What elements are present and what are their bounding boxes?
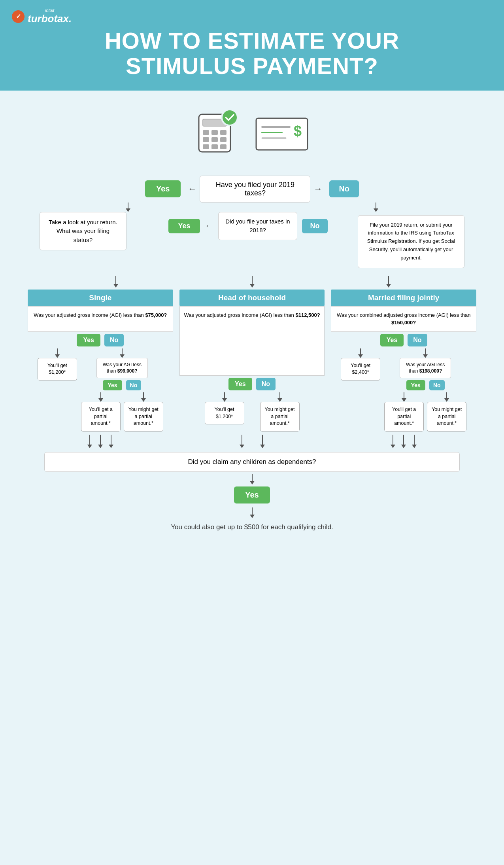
hoh-bottom-arrows bbox=[240, 435, 265, 448]
q1-yes-button[interactable]: Yes bbox=[145, 180, 181, 197]
q2-yes-button[interactable]: Yes bbox=[168, 219, 200, 233]
intuit-label: intuit bbox=[28, 8, 72, 13]
mfj-partial-no: You might get a partial amount.* bbox=[427, 392, 466, 432]
mfj-result-2400: You'll get $2,400* bbox=[341, 358, 380, 380]
svg-rect-6 bbox=[211, 137, 218, 142]
bottom-yes-button[interactable]: Yes bbox=[234, 486, 270, 503]
svg-point-11 bbox=[222, 110, 238, 125]
header: ✓ intuit turbotax. HOW TO ESTIMATE YOUR … bbox=[0, 0, 504, 91]
q1-row: Yes ← Have you filed your 2019 taxes? → … bbox=[145, 176, 359, 203]
svg-rect-5 bbox=[203, 137, 209, 142]
three-columns: Single Was your adjusted gross income (A… bbox=[16, 290, 488, 448]
mfj-yn-row: Yes No bbox=[380, 334, 427, 346]
single-no-branch: Was your AGI less than $99,000? Yes No Y… bbox=[81, 348, 163, 432]
to-columns-arrows bbox=[16, 274, 488, 290]
hoh-might-result: You might get a partial amount.* bbox=[260, 402, 300, 432]
left-arrow-icon: ← bbox=[188, 184, 196, 194]
single-question: Was your adjusted gross income (AGI) les… bbox=[28, 306, 173, 332]
svg-rect-4 bbox=[220, 130, 227, 135]
single-partial-no: You might get a partial amount.* bbox=[124, 392, 163, 432]
hoh-yn-row: Yes No bbox=[228, 378, 276, 390]
svg-rect-2 bbox=[203, 130, 209, 135]
filing-status-area: Take a look at your return. What was you… bbox=[40, 212, 126, 251]
hoh-yes-branch: You'll get $1,200* bbox=[205, 392, 244, 424]
title-line2: STIMULUS PAYMENT? bbox=[12, 53, 492, 79]
content-area: $ Yes ← Have you filed your 2019 taxes? … bbox=[0, 91, 504, 555]
mfj-sub-results: You'll get a partial amount.* You might … bbox=[384, 392, 466, 432]
mfj-sub-question: Was your AGI less than $198,000? bbox=[400, 358, 451, 379]
single-yn-row: Yes No bbox=[77, 334, 124, 346]
single-sub-no[interactable]: No bbox=[126, 380, 142, 390]
hoh-no-branch: You might get a partial amount.* bbox=[260, 392, 300, 432]
bottom-yes-arrow bbox=[250, 474, 255, 485]
single-yes[interactable]: Yes bbox=[77, 334, 100, 346]
mfj-sub-yn: Yes No bbox=[406, 380, 445, 390]
q2-question-box: Did you file your taxes in 2018? bbox=[218, 212, 297, 240]
main-title: HOW TO ESTIMATE YOUR STIMULUS PAYMENT? bbox=[12, 28, 492, 79]
right-arrow-icon: → bbox=[313, 184, 322, 194]
svg-rect-9 bbox=[211, 144, 218, 149]
single-yes-branch: You'll get $1,200* bbox=[38, 348, 77, 380]
mfj-no[interactable]: No bbox=[408, 334, 427, 346]
hoh-results-area: You'll get $1,200* You might get a parti… bbox=[179, 392, 325, 432]
q1-no-button[interactable]: No bbox=[329, 180, 359, 197]
flowchart: Yes ← Have you filed your 2019 taxes? → … bbox=[16, 170, 488, 543]
single-column: Single Was your adjusted gross income (A… bbox=[28, 290, 173, 448]
no-turbotax-column: File your 2019 return, or submit your in… bbox=[358, 212, 464, 268]
q2-right-area: Yes ← Did you file your taxes in 2018? N… bbox=[132, 212, 364, 242]
q1-no-arrow bbox=[374, 203, 378, 212]
bottom-question-box: Did you claim any children as dependents… bbox=[44, 452, 460, 472]
mfj-partial-result: You'll get a partial amount.* bbox=[384, 402, 424, 432]
q2-question-row: Yes ← Did you file your taxes in 2018? N… bbox=[168, 212, 328, 240]
single-partial-yes: You'll get a partial amount.* bbox=[81, 392, 121, 432]
q1-yes-arrow bbox=[126, 203, 130, 212]
svg-rect-10 bbox=[220, 144, 227, 149]
svg-rect-8 bbox=[203, 144, 209, 149]
logo-check-icon: ✓ bbox=[12, 10, 25, 23]
logo-container: ✓ intuit turbotax. bbox=[12, 8, 492, 25]
mfj-results-area: You'll get $2,400* Was your AGI less tha… bbox=[331, 348, 476, 432]
hoh-header: Head of household bbox=[179, 290, 325, 306]
hoh-no[interactable]: No bbox=[256, 378, 276, 390]
mfj-bottom-arrows bbox=[391, 435, 417, 448]
single-yes-arrow bbox=[55, 348, 60, 358]
q2-no-area: No bbox=[302, 219, 328, 233]
q2-yes-with-arrow: Yes bbox=[168, 219, 200, 233]
hoh-yes[interactable]: Yes bbox=[228, 378, 252, 390]
title-line1: HOW TO ESTIMATE YOUR bbox=[12, 28, 492, 53]
single-sub-results: You'll get a partial amount.* You might … bbox=[81, 392, 163, 432]
single-sub-yes[interactable]: Yes bbox=[103, 380, 122, 390]
q1-arrows bbox=[16, 203, 488, 212]
single-might-result: You might get a partial amount.* bbox=[124, 402, 163, 432]
logo-text: intuit turbotax. bbox=[28, 8, 72, 25]
arrow-to-single bbox=[113, 276, 118, 288]
bottom-question-area: Did you claim any children as dependents… bbox=[16, 452, 488, 472]
icon-area: $ bbox=[16, 110, 488, 158]
hoh-result-1200: You'll get $1,200* bbox=[205, 402, 244, 424]
single-no[interactable]: No bbox=[104, 334, 124, 346]
svg-rect-3 bbox=[211, 130, 218, 135]
q1-question-box: Have you filed your 2019 taxes? bbox=[200, 176, 310, 203]
mfj-yes[interactable]: Yes bbox=[380, 334, 404, 346]
check-document-icon: $ bbox=[254, 114, 310, 154]
turbotax-note-box: File your 2019 return, or submit your in… bbox=[358, 215, 464, 268]
svg-rect-7 bbox=[220, 137, 227, 142]
turbotax-note-area: File your 2019 return, or submit your in… bbox=[358, 215, 464, 268]
mfj-sub-no[interactable]: No bbox=[429, 380, 445, 390]
q2-no-button[interactable]: No bbox=[302, 219, 328, 233]
bottom-final-arrow bbox=[250, 507, 255, 518]
mfj-no-branch: Was your AGI less than $198,000? Yes No … bbox=[384, 348, 466, 432]
single-header: Single bbox=[28, 290, 173, 306]
q2-left-arrow-icon: ← bbox=[205, 221, 213, 231]
mfj-partial-yes: You'll get a partial amount.* bbox=[384, 392, 424, 432]
mfj-sub-yes[interactable]: Yes bbox=[406, 380, 425, 390]
mfj-header: Married filing jointly bbox=[331, 290, 476, 306]
filing-status-box: Take a look at your return. What was you… bbox=[40, 212, 126, 251]
single-result-1200: You'll get $1,200* bbox=[38, 358, 77, 380]
mfj-column: Married filing jointly Was your combined… bbox=[331, 290, 476, 448]
single-partial-result: You'll get a partial amount.* bbox=[81, 402, 121, 432]
calculator-icon bbox=[195, 110, 242, 158]
turbotax-label: turbotax. bbox=[28, 13, 72, 25]
q2-row: Take a look at your return. What was you… bbox=[16, 212, 488, 268]
single-sub-question: Was your AGI less than $99,000? bbox=[96, 358, 148, 379]
